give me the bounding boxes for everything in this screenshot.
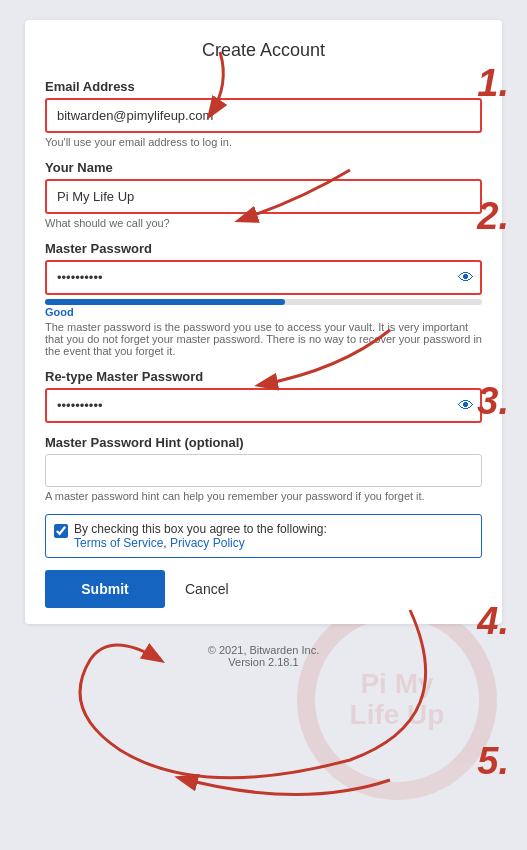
password-hint-input-wrapper [45, 454, 482, 487]
footer-line1: © 2021, Bitwarden Inc. [0, 644, 527, 656]
retype-password-label: Re-type Master Password [45, 369, 482, 384]
footer: © 2021, Bitwarden Inc. Version 2.18.1 [0, 644, 527, 678]
retype-password-input[interactable] [45, 388, 482, 423]
name-input-wrapper [45, 179, 482, 214]
master-password-input[interactable] [45, 260, 482, 295]
master-password-toggle-icon[interactable]: 👁 [458, 269, 474, 287]
name-label: Your Name [45, 160, 482, 175]
email-input[interactable] [45, 98, 482, 133]
password-hint-label: Master Password Hint (optional) [45, 435, 482, 450]
master-password-label: Master Password [45, 241, 482, 256]
name-input[interactable] [45, 179, 482, 214]
terms-of-service-link[interactable]: Terms of Service [74, 536, 163, 550]
watermark-circle: Pi MyLife Up [297, 600, 497, 800]
master-password-description: The master password is the password you … [45, 321, 482, 357]
terms-checkbox-area: By checking this box you agree to the fo… [45, 514, 482, 558]
password-hint-field-group: Master Password Hint (optional) A master… [45, 435, 482, 502]
email-hint: You'll use your email address to log in. [45, 136, 482, 148]
retype-password-input-wrapper: 👁 [45, 388, 482, 423]
submit-button[interactable]: Submit [45, 570, 165, 608]
retype-password-toggle-icon[interactable]: 👁 [458, 397, 474, 415]
form-container: Create Account Email Address You'll use … [25, 20, 502, 624]
password-strength-label: Good [45, 306, 482, 318]
terms-checkbox[interactable] [54, 524, 68, 538]
password-strength-bar [45, 299, 482, 305]
retype-password-field-group: Re-type Master Password 👁 [45, 369, 482, 423]
master-password-input-wrapper: 👁 [45, 260, 482, 295]
password-hint-note: A master password hint can help you reme… [45, 490, 482, 502]
privacy-policy-link[interactable]: Privacy Policy [170, 536, 245, 550]
page-wrapper: Pi MyLife Up Create Account Email Addres… [0, 20, 527, 850]
cancel-button[interactable]: Cancel [175, 572, 239, 606]
email-label: Email Address [45, 79, 482, 94]
footer-line2: Version 2.18.1 [0, 656, 527, 668]
email-field-group: Email Address You'll use your email addr… [45, 79, 482, 148]
name-field-group: Your Name What should we call you? [45, 160, 482, 229]
terms-checkbox-text: By checking this box you agree to the fo… [74, 522, 327, 550]
master-password-field-group: Master Password 👁 Good The master passwo… [45, 241, 482, 357]
buttons-row: Submit Cancel [45, 570, 482, 608]
email-input-wrapper [45, 98, 482, 133]
name-hint: What should we call you? [45, 217, 482, 229]
password-hint-input[interactable] [45, 454, 482, 487]
page-title: Create Account [45, 40, 482, 61]
password-strength-fill [45, 299, 285, 305]
